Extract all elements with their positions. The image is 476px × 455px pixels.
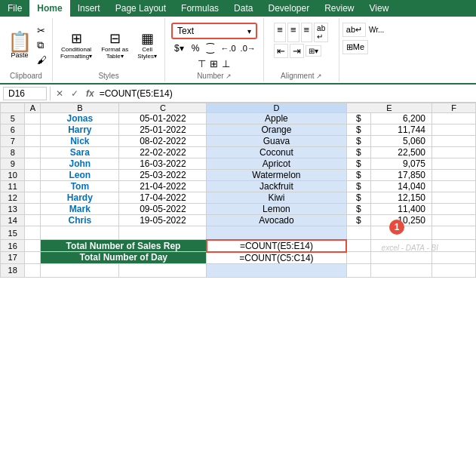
cell-e-val[interactable]: 11,400 <box>370 204 431 215</box>
row-header-16[interactable]: 16 <box>1 240 25 252</box>
cell-b[interactable]: John <box>41 158 119 170</box>
insert-function-icon[interactable]: fx <box>84 88 97 99</box>
cell-d[interactable]: Avocado <box>207 215 346 226</box>
cell-f[interactable] <box>432 192 476 204</box>
cell-c[interactable]: 17-04-2022 <box>119 192 207 204</box>
cell-a[interactable] <box>25 147 41 158</box>
cell-a[interactable] <box>25 192 41 204</box>
cell-d[interactable]: Watermelon <box>207 170 346 181</box>
cell-c[interactable]: 09-05-2022 <box>119 204 207 215</box>
cancel-icon[interactable]: ✕ <box>54 88 66 99</box>
tab-developer[interactable]: Developer <box>260 0 317 17</box>
cell-a[interactable] <box>25 215 41 226</box>
cell-a[interactable] <box>25 125 41 136</box>
align-mid-button[interactable]: ⊞ <box>208 57 220 70</box>
cell-e-val[interactable]: 14,040 <box>370 181 431 192</box>
align-top-button[interactable]: ⊤ <box>196 57 207 70</box>
col-header-c[interactable]: C <box>119 103 207 113</box>
cell-d[interactable]: Jackfruit <box>207 181 346 192</box>
row-header[interactable]: 5 <box>1 113 25 125</box>
tab-view[interactable]: View <box>362 0 397 17</box>
summary-formula-16[interactable]: =COUNT(E5:E14) <box>207 240 346 252</box>
row-header[interactable]: 18 <box>1 263 25 277</box>
col-header-e[interactable]: E <box>346 103 431 113</box>
indent-inc-button[interactable]: ⇥ <box>290 44 304 58</box>
row-header[interactable]: 12 <box>1 192 25 204</box>
col-header-d[interactable]: D <box>207 103 346 113</box>
cell-c[interactable]: 19-05-2022 <box>119 215 207 226</box>
cell-f[interactable] <box>432 170 476 181</box>
cell-d[interactable]: Guava <box>207 136 346 147</box>
cell-ref-box[interactable]: D16 <box>3 87 47 100</box>
cell-c[interactable]: 21-04-2022 <box>119 181 207 192</box>
cell-e-sym[interactable]: $ <box>346 136 370 147</box>
cell-styles-button[interactable]: ▦ CellStyles▾ <box>134 29 160 62</box>
cell-a[interactable] <box>25 136 41 147</box>
row-header[interactable]: 13 <box>1 204 25 215</box>
paste-button[interactable]: 📋 Paste <box>5 30 35 60</box>
number-format-dropdown[interactable]: Text ▾ <box>171 23 257 39</box>
cell-f[interactable] <box>432 136 476 147</box>
row-header[interactable]: 7 <box>1 136 25 147</box>
cell-c[interactable]: 25-03-2022 <box>119 170 207 181</box>
wrap-text-button[interactable]: ab↵ <box>314 23 328 42</box>
formula-input[interactable] <box>100 88 473 99</box>
increase-decimal-button[interactable]: .0→ <box>239 43 257 54</box>
cell-c[interactable]: 16-03-2022 <box>119 158 207 170</box>
row-header[interactable]: 14 <box>1 215 25 226</box>
summary-formula-17[interactable]: =COUNT(C5:C14) <box>207 252 346 264</box>
cell-b[interactable]: Nick <box>41 136 119 147</box>
cell-e-val[interactable]: 5,060 <box>370 136 431 147</box>
percent-button[interactable]: % <box>189 42 203 55</box>
row-header[interactable]: 10 <box>1 170 25 181</box>
copy-button[interactable]: ⧉ <box>36 38 48 52</box>
cell-e-sym[interactable]: $ <box>346 181 370 192</box>
tab-data[interactable]: Data <box>226 0 260 17</box>
cell-d[interactable]: Coconut <box>207 147 346 158</box>
number-group-expand-icon[interactable]: ↗ <box>226 72 232 80</box>
cell-a[interactable] <box>25 170 41 181</box>
format-as-table-button[interactable]: ⊟ Format asTable▾ <box>98 29 131 62</box>
cell-e-sym[interactable]: $ <box>346 113 370 125</box>
tab-file[interactable]: File <box>0 0 29 17</box>
indent-dec-button[interactable]: ⇤ <box>274 44 288 58</box>
cell-e-sym[interactable]: $ <box>346 170 370 181</box>
cell-d[interactable]: Apricot <box>207 158 346 170</box>
align-right-button[interactable]: ≡ <box>301 23 313 42</box>
cell-e-val[interactable]: 22,500 <box>370 147 431 158</box>
cell-b[interactable]: Jonas <box>41 113 119 125</box>
cell-b[interactable]: Chris <box>41 215 119 226</box>
tab-insert[interactable]: Insert <box>70 0 108 17</box>
align-left-button[interactable]: ≡ <box>274 23 286 42</box>
decrease-decimal-button[interactable]: ←.0 <box>219 43 237 54</box>
cell-e-val[interactable]: 17,850 <box>370 170 431 181</box>
row-header-17[interactable]: 17 <box>1 252 25 264</box>
cell-a[interactable] <box>25 204 41 215</box>
format-painter-button[interactable]: 🖌 <box>36 54 48 66</box>
confirm-icon[interactable]: ✓ <box>69 88 81 99</box>
cell-f[interactable] <box>432 215 476 226</box>
col-header-b[interactable]: B <box>41 103 119 113</box>
alignment-group-expand-icon[interactable]: ↗ <box>316 72 322 80</box>
tab-page-layout[interactable]: Page Layout <box>108 0 174 17</box>
cell-b[interactable]: Harry <box>41 125 119 136</box>
row-header[interactable]: 15 <box>1 226 25 240</box>
comma-button[interactable]: ⁐ <box>204 42 217 55</box>
currency-button[interactable]: $▾ <box>171 42 187 55</box>
tab-review[interactable]: Review <box>317 0 361 17</box>
row-header[interactable]: 11 <box>1 181 25 192</box>
cell-f[interactable] <box>432 181 476 192</box>
cell-c[interactable]: 22-02-2022 <box>119 147 207 158</box>
align-bottom-button[interactable]: ⊥ <box>220 57 232 70</box>
cell-d[interactable]: Lemon <box>207 204 346 215</box>
cell-c[interactable]: 08-02-2022 <box>119 136 207 147</box>
cell-f[interactable] <box>432 113 476 125</box>
cell-e-val[interactable]: 6,200 <box>370 113 431 125</box>
row-header[interactable]: 6 <box>1 125 25 136</box>
cell-d[interactable]: Apple <box>207 113 346 125</box>
cell-a[interactable] <box>25 113 41 125</box>
align-center-button[interactable]: ≡ <box>287 23 299 42</box>
col-header-f[interactable]: F <box>432 103 476 113</box>
cell-d[interactable]: Kiwi <box>207 192 346 204</box>
conditional-formatting-button[interactable]: ⊞ ConditionalFormatting▾ <box>57 29 95 62</box>
